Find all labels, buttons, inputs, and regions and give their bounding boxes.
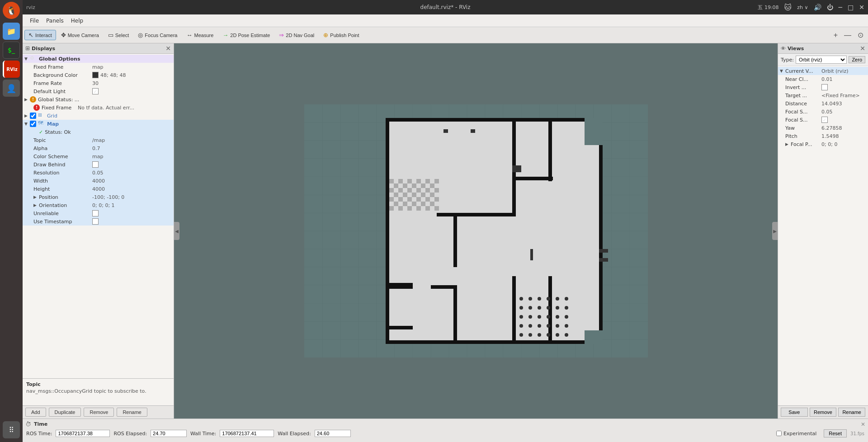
rename-view-button[interactable]: Rename [838,408,865,417]
ros-time-input[interactable] [56,430,110,437]
orientation-expand[interactable]: ▶ [33,203,39,207]
volume-icon: 🔊 [814,4,821,11]
grid-checkbox[interactable] [30,113,36,119]
remove-displays-button[interactable]: Remove [84,408,114,417]
global-options-row[interactable]: ▼ ⚙ Global Options [23,55,174,63]
fixed-frame-row[interactable]: Fixed Frame map [23,63,174,71]
color-scheme-row[interactable]: Color Scheme map [23,152,174,160]
map-checkbox[interactable] [30,121,36,127]
pitch-row[interactable]: Pitch 1.5498 [778,132,868,140]
background-color-row[interactable]: Background Color 48; 48; 48 [23,71,174,79]
global-status-row[interactable]: ▶ ! Global Status: ... [23,95,174,103]
near-clip-row[interactable]: Near Cl... 0.01 [778,75,868,83]
use-timestamp-row[interactable]: Use Timestamp [23,217,174,226]
svg-rect-66 [434,188,439,193]
grid-row[interactable]: ▶ ⊞ Grid [23,112,174,120]
remove-view-button[interactable]: Remove [810,408,837,417]
fixed-frame-error-row[interactable]: ! Fixed Frame No tf data. Actual err... [23,103,174,112]
width-label: Width [33,178,92,184]
add-button[interactable]: Add [25,408,46,417]
unreliable-row[interactable]: Unreliable [23,209,174,217]
views-zero-button[interactable]: Zero [849,56,865,63]
focal-s1-row[interactable]: Focal S... 0.05 [778,108,868,116]
toolbar-minus-icon[interactable]: — [841,30,854,40]
select-button[interactable]: ▭ Select [104,30,133,40]
grid-icon: ⊞ [38,112,45,119]
focus-camera-button[interactable]: ◎ Focus Camera [134,30,181,40]
time-clock-icon: ⏱ [25,421,31,428]
width-row[interactable]: Width 4000 [23,177,174,185]
window-maximize[interactable]: □ [848,4,854,11]
focal-s1-value: 0.05 [821,109,833,115]
ros-elapsed-label: ROS Elapsed: [113,431,147,437]
target-row[interactable]: Target ... <Fixed Frame> [778,91,868,99]
svg-rect-57 [403,183,407,188]
views-close-icon[interactable]: ✕ [860,45,865,52]
move-camera-icon: ✥ [61,32,66,38]
distance-row[interactable]: Distance 14.0493 [778,99,868,108]
interact-button[interactable]: ↖ Interact [24,30,56,40]
current-view-expand[interactable]: ▼ [780,69,785,73]
save-view-button[interactable]: Save [781,408,808,417]
toolbar-plus-icon[interactable]: + [831,30,840,40]
wall-elapsed-input[interactable] [315,430,351,437]
height-row[interactable]: Height 4000 [23,185,174,193]
focal-p-row[interactable]: ▶ Focal P... 0; 0; 0 [778,140,868,148]
rename-displays-button[interactable]: Rename [117,408,147,417]
svg-rect-82 [430,202,434,206]
sidebar-grid-icon[interactable]: ⠿ [3,421,20,438]
position-expand[interactable]: ▶ [33,195,39,199]
current-view-row[interactable]: ▼ Current V... Orbit (rviz) [778,67,868,75]
sidebar-person-icon[interactable]: 👤 [3,80,20,97]
cat-icon: 🐱 [784,3,792,12]
orientation-row[interactable]: ▶ Orientation 0; 0; 0; 1 [23,201,174,209]
svg-rect-69 [412,193,416,197]
viewport-collapse-right[interactable]: ▶ [772,222,778,240]
viewport[interactable]: ◀ ▶ [174,43,778,418]
map-row[interactable]: ▼ 🗺 Map [23,120,174,128]
status-ok-row[interactable]: ✓ Status: Ok [23,128,174,136]
topic-row[interactable]: Topic /map [23,136,174,144]
displays-close-icon[interactable]: ✕ [165,45,171,52]
map-expand[interactable]: ▼ [24,122,30,126]
menu-panels[interactable]: Panels [42,16,67,26]
move-camera-button[interactable]: ✥ Move Camera [57,30,103,40]
sidebar-terminal-icon[interactable]: $_ [3,42,20,59]
menu-help[interactable]: Help [67,16,87,26]
views-type-select[interactable]: Orbit (rviz) [796,56,847,64]
sidebar-files-icon[interactable]: 📁 [3,23,20,40]
draw-behind-row[interactable]: Draw Behind [23,160,174,169]
timebar-close-icon[interactable]: ✕ [861,421,865,428]
window-minimize[interactable]: ─ [839,4,842,11]
global-status-expand[interactable]: ▶ [24,97,30,102]
duplicate-button[interactable]: Duplicate [49,408,81,417]
grid-expand[interactable]: ▶ [24,113,30,118]
2d-pose-button[interactable]: → 2D Pose Estimate [218,30,274,40]
2d-nav-button[interactable]: ⇒ 2D Nav Goal [275,30,318,40]
position-row[interactable]: ▶ Position -100; -100; 0 [23,193,174,201]
window-close[interactable]: ✕ [859,4,864,11]
global-options-expand[interactable]: ▼ [24,56,30,61]
publish-point-button[interactable]: ⊕ Publish Point [319,30,363,40]
experimental-checkbox[interactable] [776,431,782,436]
svg-rect-65 [425,188,430,193]
ros-elapsed-input[interactable] [151,430,187,437]
default-light-row[interactable]: Default Light ✓ [23,87,174,95]
alpha-row[interactable]: Alpha 0.7 [23,144,174,152]
global-options-icon: ⚙ [30,55,37,62]
svg-rect-85 [407,206,412,211]
sidebar-rviz-icon[interactable]: RViz [3,61,20,78]
invert-row[interactable]: Invert ... [778,83,868,91]
menu-file[interactable]: File [26,16,42,26]
resolution-row[interactable]: Resolution 0.05 [23,169,174,177]
wall-time-input[interactable] [220,430,274,437]
toolbar-camera-icon[interactable]: ⊙ [855,30,866,40]
focal-p-expand[interactable]: ▶ [785,142,791,146]
viewport-collapse-left[interactable]: ◀ [174,222,179,240]
reset-button[interactable]: Reset [824,429,847,437]
ubuntu-icon[interactable]: 🐧 [3,2,20,19]
frame-rate-row[interactable]: Frame Rate 30 [23,79,174,87]
yaw-row[interactable]: Yaw 6.27858 [778,124,868,132]
measure-button[interactable]: ↔ Measure [182,30,217,40]
focal-s2-row[interactable]: Focal S... ✓ [778,116,868,124]
